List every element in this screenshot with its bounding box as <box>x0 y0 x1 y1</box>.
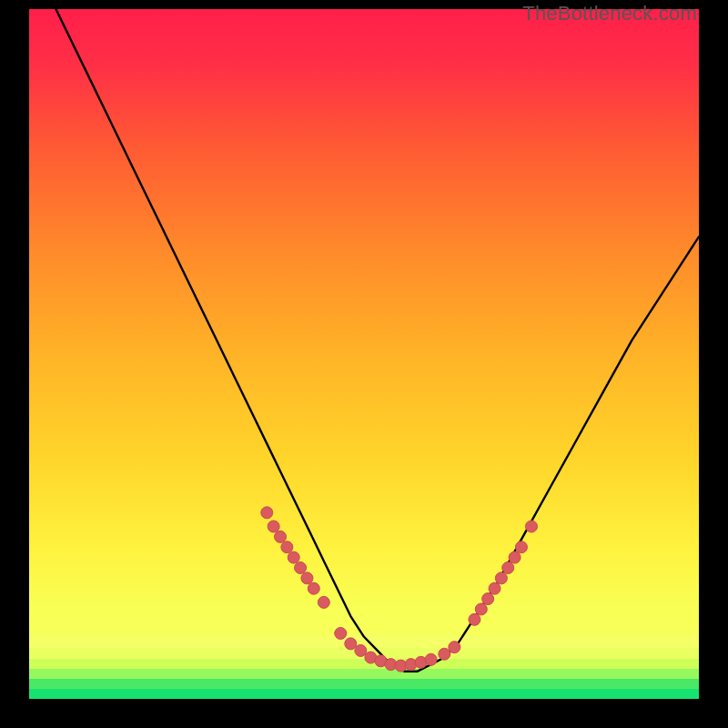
curve-marker <box>449 642 460 653</box>
curve-marker <box>489 582 500 594</box>
gradient-background <box>29 9 699 699</box>
curve-marker <box>318 596 329 608</box>
curve-marker <box>475 603 487 615</box>
curve-marker <box>502 561 514 573</box>
curve-marker <box>482 593 494 605</box>
curve-marker <box>295 561 307 573</box>
curve-marker <box>515 541 527 553</box>
curve-marker <box>425 653 437 665</box>
curve-marker <box>526 521 538 532</box>
curve-marker <box>301 572 313 584</box>
svg-rect-5 <box>29 689 699 699</box>
curve-marker <box>275 531 287 542</box>
curve-marker <box>268 521 279 532</box>
curve-marker <box>345 638 357 650</box>
svg-rect-3 <box>29 669 699 679</box>
curve-marker <box>288 551 299 563</box>
curve-marker <box>355 644 367 656</box>
chart-frame <box>29 9 699 699</box>
svg-rect-2 <box>29 659 699 669</box>
curve-marker <box>495 572 507 584</box>
bottleneck-chart <box>29 9 699 699</box>
curve-marker <box>439 648 450 660</box>
curve-marker <box>335 627 347 639</box>
curve-marker <box>308 582 319 594</box>
curve-marker <box>509 551 521 563</box>
watermark-text: TheBottleneck.com <box>522 2 697 25</box>
curve-marker <box>281 541 293 553</box>
curve-marker <box>261 507 273 519</box>
bottom-stripes <box>29 635 699 699</box>
svg-rect-4 <box>29 679 699 689</box>
curve-marker <box>469 613 480 625</box>
